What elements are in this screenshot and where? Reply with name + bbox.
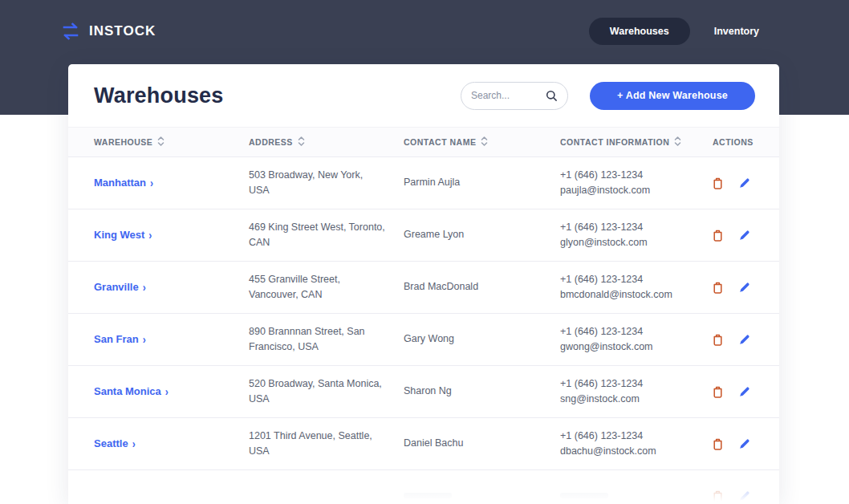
card-header: Warehouses + Add New Warehouse — [68, 64, 779, 127]
edit-warehouse-button[interactable] — [739, 282, 750, 294]
pencil-icon — [739, 490, 750, 502]
contact-name-cell: Daniel Bachu — [404, 436, 560, 451]
delete-warehouse-button[interactable] — [713, 334, 723, 346]
table-header-row: Warehouse Address Contact Name Contact I… — [68, 127, 779, 157]
email-text: gwong@instock.com — [560, 339, 695, 355]
pencil-icon — [739, 282, 750, 293]
column-header-contact-information[interactable]: Contact Information — [560, 136, 713, 148]
trash-icon — [713, 386, 723, 398]
chevron-right-icon: › — [143, 331, 146, 348]
delete-warehouse-button[interactable] — [713, 490, 723, 502]
edit-warehouse-button[interactable] — [739, 386, 750, 398]
pencil-icon — [739, 177, 750, 189]
sort-icon[interactable] — [481, 136, 488, 148]
contact-info-cell: +1 (646) 123-1234 gwong@instock.com — [560, 324, 713, 356]
email-text: bmcdonald@instock.com — [560, 287, 695, 303]
sort-icon[interactable] — [298, 136, 305, 148]
warehouse-link[interactable]: Seattle › — [94, 436, 136, 452]
contact-name-cell: Gary Wong — [404, 331, 560, 347]
warehouse-link[interactable]: Manhattan › — [94, 175, 153, 191]
address-cell: 469 King Street West, Toronto, CAN — [249, 220, 404, 251]
phone-text: +1 (646) 123-1234 — [560, 429, 695, 444]
delete-warehouse-button[interactable] — [713, 438, 723, 450]
page-title: Warehouses — [94, 83, 224, 108]
phone-text: +1 (646) 123-1234 — [560, 272, 695, 287]
table-row: Manhattan › 503 Broadway, New York, USA … — [68, 157, 779, 209]
warehouse-link[interactable]: San Fran › — [94, 331, 146, 348]
contact-name-cell: Parmin Aujla — [404, 175, 560, 190]
edit-warehouse-button[interactable] — [739, 230, 750, 242]
edit-warehouse-button[interactable] — [739, 438, 750, 450]
chevron-right-icon: › — [148, 226, 152, 243]
address-cell: 1201 Third Avenue, Seattle, USA — [249, 429, 404, 460]
pencil-icon — [739, 386, 750, 397]
edit-warehouse-button[interactable] — [739, 490, 750, 502]
email-text: dbachu@instock.com — [560, 444, 695, 459]
contact-info-cell: +1 (646) 123-1234 bmcdonald@instock.com — [560, 272, 713, 303]
contact-info-cell: +1 (646) 123-1234 glyon@instock.com — [560, 220, 713, 251]
chevron-right-icon: › — [143, 278, 146, 295]
contact-info-cell: +1 (646) 123-1234 paujla@instock.com — [560, 168, 713, 199]
contact-name-cell: Greame Lyon — [404, 227, 560, 242]
email-text: sng@instock.com — [560, 392, 695, 407]
pencil-icon — [739, 334, 750, 345]
table-row: King West › 469 King Street West, Toront… — [68, 209, 779, 262]
add-new-warehouse-button[interactable]: + Add New Warehouse — [590, 82, 755, 110]
table-row: Seattle › 1201 Third Avenue, Seattle, US… — [68, 418, 779, 470]
email-text: glyon@instock.com — [560, 235, 695, 250]
search-icon[interactable] — [546, 90, 558, 102]
search-input[interactable] — [471, 90, 538, 101]
tab-warehouses[interactable]: Warehouses — [589, 18, 690, 45]
trash-icon — [713, 334, 723, 346]
email-text: paujla@instock.com — [560, 183, 695, 198]
warehouse-link[interactable]: Granville › — [94, 279, 146, 295]
delete-warehouse-button[interactable] — [713, 177, 723, 189]
phone-text: +1 (646) 123-1234 — [560, 220, 695, 235]
phone-text: +1 (646) 123-1234 — [560, 168, 695, 183]
column-header-address[interactable]: Address — [249, 136, 404, 148]
delete-warehouse-button[interactable] — [713, 282, 723, 294]
sort-icon[interactable] — [674, 136, 681, 148]
column-header-actions: Actions — [713, 137, 779, 147]
address-cell: 503 Broadway, New York, USA — [249, 168, 404, 199]
address-cell: 520 Broadway, Santa Monica, USA — [249, 376, 404, 408]
table-row: San Fran › 890 Brannnan Street, San Fran… — [68, 314, 779, 366]
sort-icon[interactable] — [157, 136, 165, 148]
tab-inventory[interactable]: Inventory — [714, 26, 759, 37]
main-nav: Warehouses Inventory — [589, 18, 759, 45]
phone-text: +1 (646) 123-1234 — [560, 376, 695, 392]
warehouse-link[interactable]: Santa Monica › — [94, 384, 169, 400]
delete-warehouse-button[interactable] — [713, 386, 723, 398]
address-cell: 455 Granville Street, Vancouver, CAN — [249, 272, 404, 303]
warehouses-card: Warehouses + Add New Warehouse Warehouse… — [68, 64, 779, 504]
delete-warehouse-button[interactable] — [713, 230, 723, 242]
trash-icon — [713, 282, 723, 294]
edit-warehouse-button[interactable] — [739, 177, 750, 189]
pencil-icon — [739, 230, 750, 241]
contact-info-cell: +1 (646) 123-1234 sng@instock.com — [560, 376, 713, 408]
table-body: Manhattan › 503 Broadway, New York, USA … — [68, 157, 779, 470]
warehouse-link[interactable]: King West › — [94, 227, 152, 243]
sync-arrows-icon — [60, 21, 81, 42]
phone-text: +1 (646) 123-1234 — [560, 324, 695, 339]
column-header-contact-name[interactable]: Contact Name — [404, 136, 560, 148]
trash-icon — [713, 230, 723, 242]
trash-icon — [713, 177, 723, 189]
brand-name: INSTOCK — [89, 23, 156, 39]
table-row: Santa Monica › 520 Broadway, Santa Monic… — [68, 366, 779, 418]
chevron-right-icon: › — [150, 174, 153, 191]
edit-warehouse-button[interactable] — [739, 334, 750, 346]
brand: INSTOCK — [60, 21, 156, 42]
address-cell: 890 Brannnan Street, San Francisco, USA — [249, 324, 404, 356]
contact-name-cell: Sharon Ng — [404, 384, 560, 399]
partial-row — [68, 470, 779, 504]
column-header-warehouse[interactable]: Warehouse — [94, 136, 249, 148]
trash-icon — [713, 438, 723, 450]
trash-icon — [713, 490, 723, 502]
contact-info-cell: +1 (646) 123-1234 dbachu@instock.com — [560, 429, 713, 460]
table-row: Granville › 455 Granville Street, Vancou… — [68, 262, 779, 314]
contact-name-cell: Brad MacDonald — [404, 279, 560, 295]
chevron-right-icon: › — [132, 435, 136, 452]
pencil-icon — [739, 438, 750, 449]
search-box[interactable] — [461, 82, 568, 110]
